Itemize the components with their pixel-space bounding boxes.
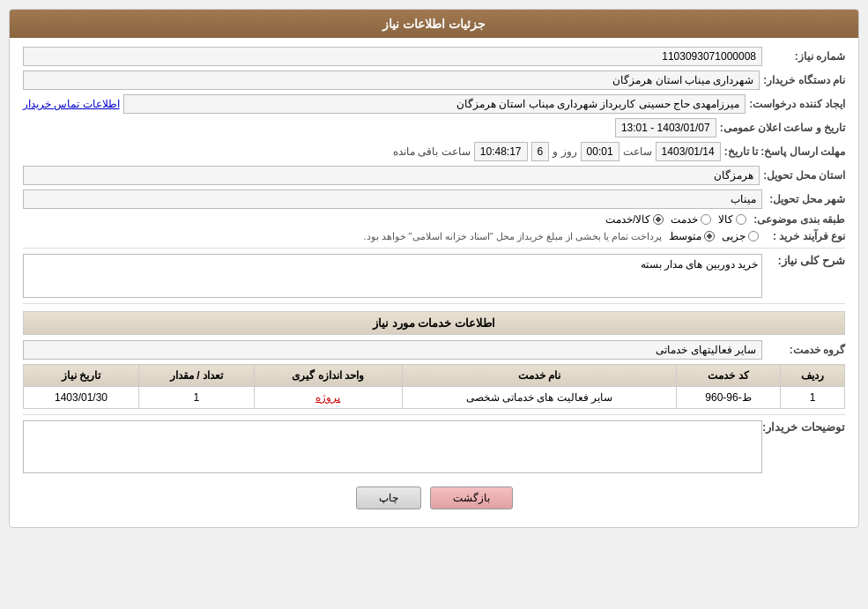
col-header-date: تاریخ نیاز [24,365,139,387]
page-title: جزئیات اطلاعات نیاز [382,17,486,31]
province-value: هرمزگان [23,166,760,185]
process-note: پرداخت تمام یا بخشی از مبلغ خریداز محل "… [363,231,662,242]
publish-datetime-value: 1403/01/07 - 13:01 [615,118,716,137]
table-header-row: ردیف کد خدمت نام خدمت واحد اندازه گیری ت… [24,365,845,387]
city-value: میناب [23,189,762,209]
province-label: استان محل تحویل: [763,169,845,182]
services-table: ردیف کد خدمت نام خدمت واحد اندازه گیری ت… [23,364,845,409]
deadline-label: مهلت ارسال پاسخ: تا تاریخ: [724,145,845,158]
table-row: 1 ط-96-960 سایر فعالیت های خدماتی شخصی پ… [24,387,845,409]
deadline-row: مهلت ارسال پاسخ: تا تاریخ: 1403/01/14 سا… [23,142,845,161]
col-header-row: ردیف [780,365,844,387]
deadline-time: 00:01 [581,142,619,161]
deadline-date: 1403/01/14 [656,142,721,161]
divider3 [23,414,845,415]
need-number-row: شماره نیاز: 1103093071000008 [23,47,845,66]
need-description-label: شرح کلی نیاز: [766,254,845,267]
buyer-notes-row: توضیحات خریدار: [23,420,845,473]
cell-row-0: 1 [780,387,844,409]
city-row: شهر محل تحویل: میناب [23,189,845,209]
buying-org-row: نام دستگاه خریدار: شهرداری میناب استان ه… [23,71,845,90]
service-group-label: گروه خدمت: [766,344,845,356]
process-medium-option: متوسط [669,230,715,242]
buying-org-value: شهرداری میناب استان هرمزگان [23,71,760,90]
deadline-days: 6 [531,142,550,161]
col-header-unit: واحد اندازه گیری [254,365,402,387]
requester-label: ایجاد کننده درخواست: [749,98,845,110]
need-number-label: شماره نیاز: [766,50,845,63]
buying-org-label: نام دستگاه خریدار: [763,74,845,86]
category-goods-option: کالا [718,213,746,226]
col-header-quantity: تعداد / مقدار [138,365,254,387]
cell-quantity-0: 1 [138,387,254,409]
service-group-row: گروه خدمت: سایر فعالیتهای خدماتی [23,340,845,360]
page-header: جزئیات اطلاعات نیاز [10,10,858,38]
publish-datetime-row: تاریخ و ساعت اعلان عمومی: 1403/01/07 - 1… [23,118,845,137]
page-container: جزئیات اطلاعات نیاز شماره نیاز: 11030930… [0,0,868,609]
col-header-name: نام خدمت [402,365,677,387]
content-area: شماره نیاز: 1103093071000008 نام دستگاه … [10,38,858,527]
process-partial-radio[interactable] [748,231,759,241]
cell-date-0: 1403/01/30 [24,387,139,409]
category-label: طبقه بندی موضوعی: [753,213,845,226]
need-number-value: 1103093071000008 [23,47,762,66]
process-row: نوع فرآیند خرید : جزیی متوسط پرداخت تمام… [23,230,845,242]
service-info-title: اطلاعات خدمات مورد نیاز [23,311,845,335]
cell-name-0: سایر فعالیت های خدماتی شخصی [402,387,677,409]
publish-datetime-label: تاریخ و ساعت اعلان عمومی: [720,122,845,134]
province-row: استان محل تحویل: هرمزگان [23,166,845,185]
print-button[interactable]: چاپ [356,486,421,509]
deadline-remaining-label: ساعت باقی مانده [393,145,471,158]
content-inner: شماره نیاز: 1103093071000008 نام دستگاه … [23,47,845,509]
category-service-text: خدمت [671,213,698,226]
category-service-radio[interactable] [701,214,711,225]
process-label: نوع فرآیند خرید : [766,230,845,242]
deadline-days-label: روز و [553,145,576,158]
deadline-time-label: ساعت [623,145,652,158]
services-tbody: 1 ط-96-960 سایر فعالیت های خدماتی شخصی پ… [24,387,845,409]
category-goods-service-radio[interactable] [653,214,664,225]
requester-value: میرزامهدی حاج حسینی کاربرداز شهرداری مین… [123,94,746,114]
deadline-remaining: 10:48:17 [474,142,528,161]
divider1 [23,248,845,249]
service-group-value: سایر فعالیتهای خدماتی [23,340,762,360]
divider2 [23,303,845,304]
process-medium-radio[interactable] [704,231,715,241]
col-header-code: کد خدمت [677,365,781,387]
process-partial-text: جزیی [722,230,746,242]
category-goods-text: کالا [718,213,733,226]
cell-unit-0: پروژه [254,387,402,409]
buyer-notes-label: توضیحات خریدار: [766,420,845,434]
category-goods-service-text: کالا/خدمت [605,213,650,226]
contact-link[interactable]: اطلاعات تماس خریدار [23,98,120,110]
category-goods-service-option: کالا/خدمت [605,213,664,226]
need-description-row: شرح کلی نیاز: [23,254,845,298]
buyer-notes-textarea[interactable] [23,420,762,473]
button-row: بازگشت چاپ [23,486,845,509]
process-partial-option: جزیی [722,230,759,242]
back-button[interactable]: بازگشت [430,486,513,509]
category-goods-radio[interactable] [736,214,746,225]
cell-code-0: ط-96-960 [677,387,781,409]
requester-row: ایجاد کننده درخواست: میرزامهدی حاج حسینی… [23,94,845,114]
category-row: طبقه بندی موضوعی: کالا خدمت کالا/خدمت [23,213,845,226]
main-card: جزئیات اطلاعات نیاز شماره نیاز: 11030930… [9,9,859,528]
category-service-option: خدمت [671,213,711,226]
need-description-textarea[interactable] [23,254,762,298]
process-medium-text: متوسط [669,230,701,242]
city-label: شهر محل تحویل: [766,193,845,205]
